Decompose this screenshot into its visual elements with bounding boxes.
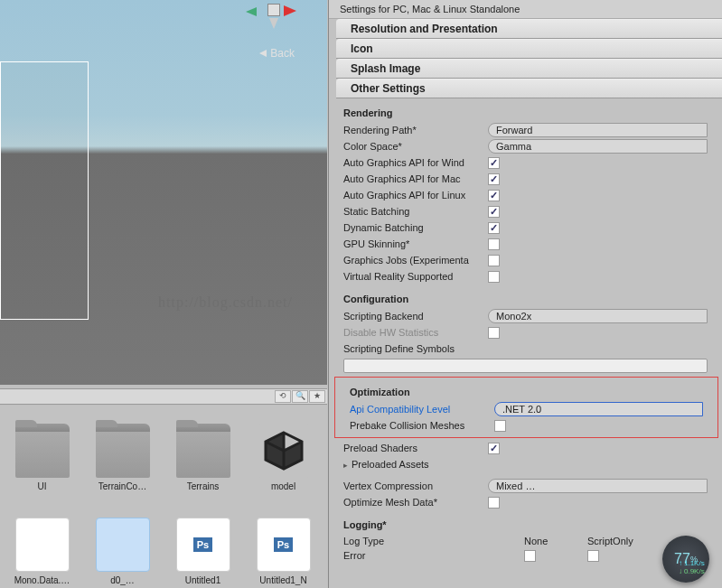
asset-item-untitled1n[interactable]: Ps Untitled1_N — [248, 518, 318, 588]
logging-columns: Log Type None ScriptOnly — [329, 534, 722, 548]
prop-label: Auto Graphics API for Wind — [343, 157, 488, 168]
asset-item-model[interactable]: model — [248, 424, 318, 507]
prop-scripting-backend: Scripting Backend Mono2x — [329, 308, 722, 324]
auto-gfx-win-checkbox[interactable] — [488, 157, 500, 169]
prop-api-compat: Api Compatibility Level .NET 2.0 — [335, 401, 717, 417]
color-space-dropdown[interactable]: Gamma — [488, 139, 708, 154]
log-error-none-checkbox[interactable] — [524, 550, 536, 562]
gizmo-x-pos[interactable] — [284, 5, 296, 16]
optimization-header: Optimization — [335, 383, 717, 401]
scripting-backend-dropdown[interactable]: Mono2x — [488, 309, 708, 323]
prop-color-space: Color Space* Gamma — [329, 138, 722, 154]
vertex-compression-dropdown[interactable]: Mixed … — [488, 479, 708, 493]
optimize-mesh-checkbox[interactable] — [488, 497, 500, 509]
file-icon — [96, 518, 150, 572]
auto-gfx-mac-checkbox[interactable] — [488, 173, 500, 185]
prop-label: Rendering Path* — [343, 125, 488, 135]
prop-label: Auto Graphics API for Linux — [343, 190, 488, 201]
toolbar-btn-1[interactable]: ⟲ — [275, 390, 291, 403]
rendering-header: Rendering — [329, 104, 722, 122]
vr-supported-checkbox[interactable] — [488, 271, 500, 283]
prop-label: Graphics Jobs (Experimenta — [343, 255, 488, 266]
asset-label: TerrainCo… — [98, 481, 146, 491]
prop-label: Prebake Collision Meshes — [350, 420, 494, 431]
asset-item-d0[interactable]: d0_… — [88, 518, 157, 588]
prop-label: Api Compatibility Level — [350, 404, 494, 415]
prop-label: GPU Skinning* — [343, 238, 488, 249]
asset-item-terrainco[interactable]: TerrainCo… — [88, 424, 157, 507]
toolbar-btn-2[interactable]: 🔍 — [292, 390, 308, 403]
asset-item-terrains[interactable]: Terrains — [168, 424, 238, 507]
scene-gizmo[interactable] — [246, 2, 309, 29]
log-type-col: Log Type — [343, 536, 524, 546]
static-batch-checkbox[interactable] — [488, 206, 500, 218]
asset-label: Untitled1_N — [259, 575, 306, 585]
log-error-label: Error — [343, 550, 524, 562]
dynamic-batch-checkbox[interactable] — [488, 222, 500, 234]
watermark-text: http://blog.csdn.net/ — [158, 294, 293, 311]
asset-label: UI — [38, 481, 47, 491]
prop-label: Disable HW Statistics — [343, 327, 488, 338]
scene-view[interactable]: Back http://blog.csdn.net/ — [0, 0, 327, 385]
asset-label: d0_… — [110, 575, 135, 585]
asset-label: Terrains — [187, 481, 220, 491]
gpu-skinning-checkbox[interactable] — [488, 238, 500, 250]
net-down-speed: 0.9K/s — [679, 567, 722, 575]
log-none-col: None — [524, 536, 587, 546]
optimization-highlight: Optimization Api Compatibility Level .NE… — [334, 377, 718, 438]
toolbar-btn-3[interactable]: ★ — [309, 390, 325, 403]
asset-item-untitled1[interactable]: Ps Untitled1 — [168, 518, 238, 588]
folder-icon — [96, 424, 150, 478]
api-compat-dropdown[interactable]: .NET 2.0 — [494, 402, 703, 416]
log-scriptonly-col: ScriptOnly — [587, 536, 651, 546]
section-splash[interactable]: Splash Image — [336, 59, 722, 79]
asset-label: model — [271, 481, 295, 491]
gizmo-y-neg[interactable] — [269, 18, 278, 29]
prop-label: Preload Shaders — [343, 443, 488, 453]
folder-icon — [176, 424, 230, 478]
prop-label: Vertex Compression — [343, 481, 488, 491]
prop-label: Auto Graphics API for Mac — [343, 173, 488, 184]
back-button[interactable]: Back — [259, 47, 295, 60]
back-label: Back — [270, 47, 295, 60]
network-speeds: 1.1K/s 0.9K/s — [679, 559, 722, 575]
photoshop-icon: Ps — [257, 518, 311, 572]
gizmo-cube[interactable] — [267, 4, 280, 16]
prop-label: Optimize Mesh Data* — [343, 497, 488, 508]
gfx-jobs-checkbox[interactable] — [488, 255, 500, 266]
back-arrow-icon — [259, 50, 267, 57]
net-up-speed: 1.1K/s — [679, 559, 722, 567]
selection-box — [0, 61, 89, 320]
prop-vertex-compression: Vertex Compression Mixed … — [329, 478, 722, 494]
prop-rendering-path: Rendering Path* Forward — [329, 122, 722, 138]
inspector-title: Settings for PC, Mac & Linux Standalone — [329, 0, 722, 19]
log-error-scriptonly-checkbox[interactable] — [587, 550, 599, 562]
prop-label: Scripting Define Symbols — [343, 343, 488, 354]
folder-icon — [15, 424, 70, 478]
section-other[interactable]: Other Settings — [336, 79, 722, 98]
configuration-header: Configuration — [329, 290, 722, 308]
disable-hw-checkbox[interactable] — [488, 327, 500, 339]
gizmo-x-neg[interactable] — [246, 7, 257, 16]
asset-item-ui[interactable]: UI — [7, 424, 77, 507]
unity-icon — [257, 424, 311, 478]
section-icon[interactable]: Icon — [336, 39, 722, 59]
project-toolbar: ⟲ 🔍 ★ — [0, 388, 327, 405]
preload-shaders-checkbox[interactable] — [488, 443, 500, 454]
prebake-checkbox[interactable] — [494, 420, 506, 432]
prop-label: Scripting Backend — [343, 311, 488, 322]
asset-label: Untitled1 — [185, 575, 220, 585]
asset-browser[interactable]: UI TerrainCo… Terrains model Mono.Data.…… — [0, 406, 327, 588]
section-resolution[interactable]: Resolution and Presentation — [336, 19, 722, 39]
prop-label: Dynamic Batching — [343, 222, 488, 233]
prop-label: Virtual Reality Supported — [343, 271, 488, 282]
define-symbols-input[interactable] — [343, 359, 708, 373]
inspector-panel: Settings for PC, Mac & Linux Standalone … — [328, 0, 722, 588]
prop-label: Static Batching — [343, 206, 488, 217]
photoshop-icon: Ps — [176, 518, 230, 572]
auto-gfx-linux-checkbox[interactable] — [488, 190, 500, 201]
preloaded-assets-foldout[interactable]: Preloaded Assets — [343, 459, 488, 470]
asset-item-monodata[interactable]: Mono.Data.… — [7, 518, 77, 588]
logging-header: Logging* — [329, 516, 722, 534]
rendering-path-dropdown[interactable]: Forward — [488, 123, 708, 137]
